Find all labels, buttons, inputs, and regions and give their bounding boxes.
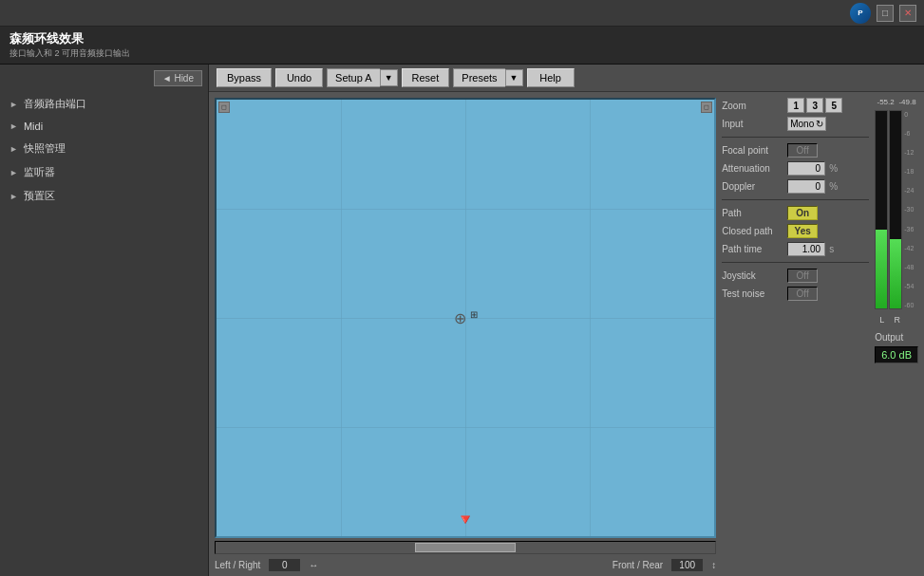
zoom-btn-3[interactable]: 3 bbox=[806, 98, 823, 113]
spatial-visualizer[interactable]: ◻ ◻ ⊕ ⊞ 🔻 bbox=[215, 98, 716, 538]
input-arrow-icon: ↻ bbox=[816, 119, 823, 129]
scale-0: 0 bbox=[904, 111, 914, 118]
controls-panel: Zoom 1 3 5 Input Mono ↻ bbox=[722, 98, 869, 572]
scale-24: -24 bbox=[904, 187, 914, 194]
path-time-unit: s bbox=[829, 244, 834, 254]
zoom-label: Zoom bbox=[722, 101, 783, 111]
presets-arrow-button[interactable]: ▼ bbox=[505, 69, 523, 86]
bypass-button[interactable]: Bypass bbox=[217, 68, 272, 87]
sidebar-item-presets[interactable]: ► 预置区 bbox=[0, 184, 208, 208]
scale-54: -54 bbox=[904, 283, 914, 289]
test-noise-toggle[interactable]: Off bbox=[787, 287, 818, 301]
output-label: Output bbox=[875, 332, 903, 343]
scale-6: -6 bbox=[904, 130, 914, 137]
path-time-input[interactable] bbox=[787, 242, 825, 256]
sidebar: ◄ Hide ► 音频路由端口 ► Midi ► 快照管理 ► 监听器 ► 预置… bbox=[0, 65, 209, 576]
output-value-box: 6.0 dB bbox=[875, 346, 918, 363]
divider-2 bbox=[722, 199, 869, 200]
close-button[interactable]: ✕ bbox=[899, 5, 916, 22]
path-time-label: Path time bbox=[722, 244, 783, 254]
closed-path-toggle[interactable]: Yes bbox=[787, 224, 818, 238]
sidebar-item-snapshots[interactable]: ► 快照管理 bbox=[0, 137, 208, 160]
meter-r-label: R bbox=[895, 315, 901, 325]
output-unit: dB bbox=[899, 349, 912, 361]
toolbar: Bypass Undo Setup A ▼ Reset Presets ▼ He… bbox=[209, 65, 924, 92]
content-area: Bypass Undo Setup A ▼ Reset Presets ▼ He… bbox=[209, 65, 924, 576]
divider-3 bbox=[722, 262, 869, 263]
sidebar-item-audio-routing[interactable]: ► 音频路由端口 bbox=[0, 92, 208, 116]
focal-point-label: Focal point bbox=[722, 145, 783, 156]
fr-arrow-icon: ↕ bbox=[711, 560, 716, 570]
zoom-btn-5[interactable]: 5 bbox=[825, 98, 842, 113]
input-select[interactable]: Mono ↻ bbox=[787, 117, 826, 131]
sidebar-label-presets: 预置区 bbox=[24, 189, 55, 203]
scale-48: -48 bbox=[904, 264, 914, 270]
hide-button[interactable]: ◄ Hide bbox=[154, 70, 202, 86]
doppler-input[interactable] bbox=[787, 179, 825, 194]
input-label: Input bbox=[722, 119, 783, 129]
path-toggle[interactable]: On bbox=[787, 206, 818, 220]
doppler-label: Doppler bbox=[722, 181, 783, 192]
center-marker: ⊕ ⊞ bbox=[454, 309, 478, 327]
attenuation-label: Attenuation bbox=[722, 163, 783, 174]
input-value: Mono bbox=[790, 119, 814, 129]
path-time-row: Path time s bbox=[722, 242, 869, 256]
presets-dropdown: Presets ▼ bbox=[453, 68, 522, 87]
meter-bars bbox=[875, 110, 902, 309]
visualizer-bottom: Left / Right 0 ↔ Front / Rear 100 ↕ bbox=[215, 558, 716, 572]
lr-label: Left / Right bbox=[215, 560, 260, 570]
sidebar-label-midi: Midi bbox=[24, 121, 43, 132]
meter-bar-left bbox=[875, 110, 888, 309]
speaker-icon: 🔻 bbox=[456, 511, 475, 529]
divider-1 bbox=[722, 137, 869, 138]
meter-lr-labels: L R bbox=[875, 315, 905, 325]
arrow-icon-audio: ► bbox=[9, 100, 18, 109]
zoom-row: Zoom 1 3 5 bbox=[722, 98, 869, 113]
path-row: Path On bbox=[722, 206, 869, 220]
meter-fill-left bbox=[876, 230, 887, 308]
focal-point-row: Focal point Off bbox=[722, 143, 869, 158]
visualizer-scrollbar[interactable] bbox=[215, 541, 716, 554]
meter-top-labels: -55.2 -49.8 bbox=[875, 98, 918, 106]
focal-point-toggle[interactable]: Off bbox=[787, 143, 818, 158]
visualizer-container: ◻ ◻ ⊕ ⊞ 🔻 Left / Right 0 bbox=[215, 98, 716, 572]
arrow-icon-snapshots: ► bbox=[9, 144, 18, 154]
meter-area: 0 -6 -12 -18 -24 -30 -36 -42 -48 -54 -60 bbox=[875, 110, 918, 309]
setup-dropdown: Setup A ▼ bbox=[327, 68, 397, 87]
closed-path-row: Closed path Yes bbox=[722, 224, 869, 238]
scale-36: -36 bbox=[904, 226, 914, 232]
zoom-btn-1[interactable]: 1 bbox=[787, 98, 804, 113]
setup-button[interactable]: Setup A bbox=[327, 68, 380, 87]
scale-60: -60 bbox=[904, 302, 914, 308]
sidebar-item-midi[interactable]: ► Midi bbox=[0, 116, 208, 137]
sidebar-label-monitor: 监听器 bbox=[24, 165, 55, 179]
minimize-button[interactable]: □ bbox=[877, 5, 894, 22]
sidebar-item-monitor[interactable]: ► 监听器 bbox=[0, 160, 208, 184]
arrow-icon-presets: ► bbox=[9, 192, 18, 201]
main-layout: ◄ Hide ► 音频路由端口 ► Midi ► 快照管理 ► 监听器 ► 预置… bbox=[0, 65, 924, 576]
sidebar-label-snapshots: 快照管理 bbox=[24, 141, 66, 156]
reset-button[interactable]: Reset bbox=[402, 68, 450, 87]
test-noise-label: Test noise bbox=[722, 288, 783, 299]
path-label: Path bbox=[722, 208, 783, 218]
undo-button[interactable]: Undo bbox=[275, 68, 323, 87]
help-button[interactable]: Help bbox=[527, 68, 575, 87]
output-value: 6.0 bbox=[881, 349, 896, 361]
test-noise-row: Test noise Off bbox=[722, 287, 869, 301]
attenuation-input[interactable] bbox=[787, 161, 825, 176]
right-section: -55.2 -49.8 bbox=[875, 98, 918, 572]
output-value-row: 6.0 dB bbox=[875, 346, 918, 363]
plugin-subtitle: 接口输入和 2 可用音频接口输出 bbox=[9, 47, 915, 60]
fr-label: Front / Rear bbox=[613, 560, 663, 570]
presets-button[interactable]: Presets bbox=[453, 68, 504, 87]
joystick-row: Joystick Off bbox=[722, 269, 869, 283]
joystick-toggle[interactable]: Off bbox=[787, 269, 818, 283]
attenuation-row: Attenuation % bbox=[722, 161, 869, 176]
scrollbar-thumb bbox=[415, 543, 515, 552]
scale-42: -42 bbox=[904, 245, 914, 251]
doppler-unit: % bbox=[829, 181, 838, 192]
plugin-body: ◻ ◻ ⊕ ⊞ 🔻 Left / Right 0 bbox=[209, 92, 924, 576]
setup-arrow-button[interactable]: ▼ bbox=[380, 69, 398, 86]
meter-bar-right bbox=[889, 110, 902, 309]
title-area: 森频环线效果 接口输入和 2 可用音频接口输出 bbox=[0, 27, 924, 65]
